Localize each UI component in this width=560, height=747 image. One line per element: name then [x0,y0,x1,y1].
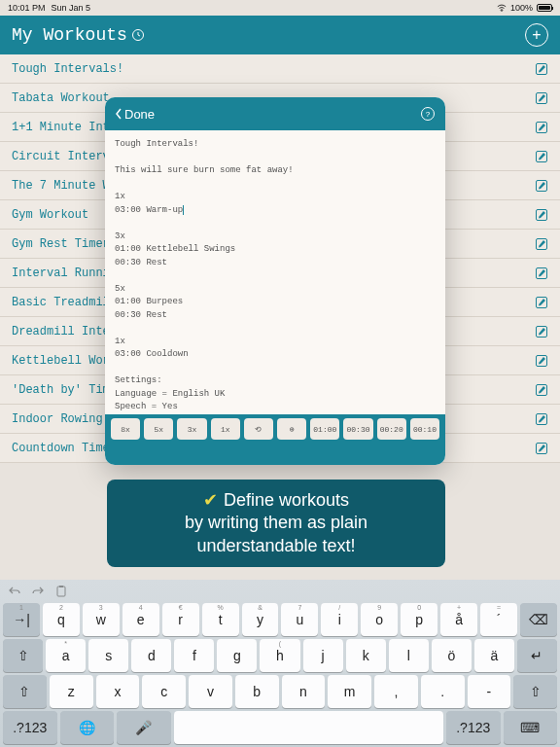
wifi-icon [497,4,507,12]
svg-rect-18 [59,586,63,587]
edit-icon[interactable] [535,354,548,368]
key[interactable]: ⇧ [3,639,43,672]
key[interactable]: ⇧ [513,675,557,708]
edit-icon[interactable] [535,62,548,76]
key[interactable]: - [468,675,511,708]
shortcut-key[interactable]: 00:10 [410,418,439,440]
shortcut-key[interactable]: 00:30 [343,418,372,440]
edit-icon[interactable] [535,325,548,338]
shortcut-key[interactable]: 5x [144,418,173,440]
add-button[interactable]: + [525,23,548,47]
shortcut-key[interactable]: ⊕ [277,418,306,440]
key[interactable]: z [50,675,93,708]
workout-name: Tough Intervals! [12,62,123,76]
edit-icon[interactable] [535,412,548,426]
shortcut-key[interactable]: 1x [211,418,240,440]
help-icon[interactable]: ? [420,106,436,122]
key[interactable]: d [131,639,171,672]
edit-icon[interactable] [535,179,548,193]
key[interactable]: ⌨ [504,711,558,744]
key[interactable]: 0p [401,603,438,636]
editor-modal: Done ? Tough Intervals! This will sure b… [105,97,445,465]
key[interactable]: s [88,639,128,672]
text-caret [183,205,184,215]
editor-textarea[interactable]: Tough Intervals! This will sure burn som… [105,130,445,414]
key[interactable]: 4e [122,603,159,636]
key[interactable]: l [389,639,429,672]
shortcut-key[interactable]: 01:00 [310,418,339,440]
workout-name: Gym Workout [12,208,88,222]
key[interactable]: (h [260,639,299,672]
workout-name: Tabata Workout [12,91,110,105]
key[interactable]: ↵ [517,639,557,672]
key[interactable]: 2q [43,603,80,636]
workout-name: Countdown Timer [12,442,117,455]
svg-text:?: ? [426,110,431,119]
key[interactable]: c [142,675,186,708]
key[interactable]: x [96,675,140,708]
edit-icon[interactable] [535,296,548,309]
key[interactable]: 🎤 [117,711,171,744]
key[interactable]: ⇧ [3,675,47,708]
shortcut-key[interactable]: 8x [111,418,140,440]
nav-bar: My Workouts + [0,16,560,54]
shortcut-key[interactable]: 00:20 [377,418,406,440]
done-button[interactable]: Done [115,107,155,122]
key[interactable]: 7u [281,603,318,636]
key[interactable]: =´ [480,603,517,636]
workout-name: Gym Rest Timer [12,237,110,251]
key[interactable]: *a [46,639,86,672]
check-icon: ✔ [203,490,218,510]
key[interactable]: 3w [83,603,120,636]
list-item[interactable]: Tough Intervals! [0,54,560,84]
status-bar: 10:01 PM Sun Jan 5 100% [0,0,560,16]
shortcut-key[interactable]: ⟲ [244,418,273,440]
paste-icon[interactable] [54,585,68,598]
key[interactable]: ä [474,639,514,672]
key[interactable]: .?123 [446,711,501,744]
key[interactable]: j [303,639,343,672]
edit-icon[interactable] [535,150,548,163]
key[interactable]: /i [321,603,358,636]
edit-icon[interactable] [535,208,548,222]
key[interactable]: %t [202,603,239,636]
key[interactable]: k [346,639,386,672]
key[interactable]: . [421,675,465,708]
keyboard-toolbar [0,580,560,603]
battery-icon [537,4,552,12]
battery-percent: 100% [510,3,533,13]
keyboard[interactable]: 1→|2q3w4e€r%t&y7u/i9o0p+å=´⌫⇧*asdfg(hjkl… [0,580,560,747]
space-key[interactable] [174,711,444,744]
key[interactable]: n [282,675,326,708]
key[interactable]: 9o [361,603,398,636]
marketing-callout: ✔Define workouts by writing them as plai… [107,480,445,567]
edit-icon[interactable] [535,91,548,105]
key[interactable]: .?123 [3,711,57,744]
key[interactable]: 🌐 [60,711,115,744]
key[interactable]: m [328,675,371,708]
chevron-left-icon [115,108,122,120]
key[interactable]: b [235,675,279,708]
edit-icon[interactable] [535,121,548,134]
key[interactable]: &y [242,603,279,636]
shortcut-key[interactable]: 3x [177,418,206,440]
key[interactable]: 1→| [3,603,40,636]
key[interactable]: f [174,639,214,672]
key[interactable]: +å [440,603,477,636]
key[interactable]: ö [432,639,472,672]
edit-icon[interactable] [535,237,548,251]
key[interactable]: v [189,675,232,708]
undo-icon[interactable] [8,585,21,598]
key[interactable]: ⌫ [520,603,557,636]
history-icon[interactable] [131,28,145,42]
key[interactable]: , [374,675,418,708]
edit-icon[interactable] [535,383,548,397]
status-time: 10:01 PM [8,3,46,13]
key[interactable]: g [217,639,257,672]
key[interactable]: €r [162,603,199,636]
edit-icon[interactable] [535,442,548,455]
svg-rect-17 [57,587,65,596]
redo-icon[interactable] [31,585,45,598]
page-title: My Workouts [12,25,145,45]
edit-icon[interactable] [535,267,548,280]
